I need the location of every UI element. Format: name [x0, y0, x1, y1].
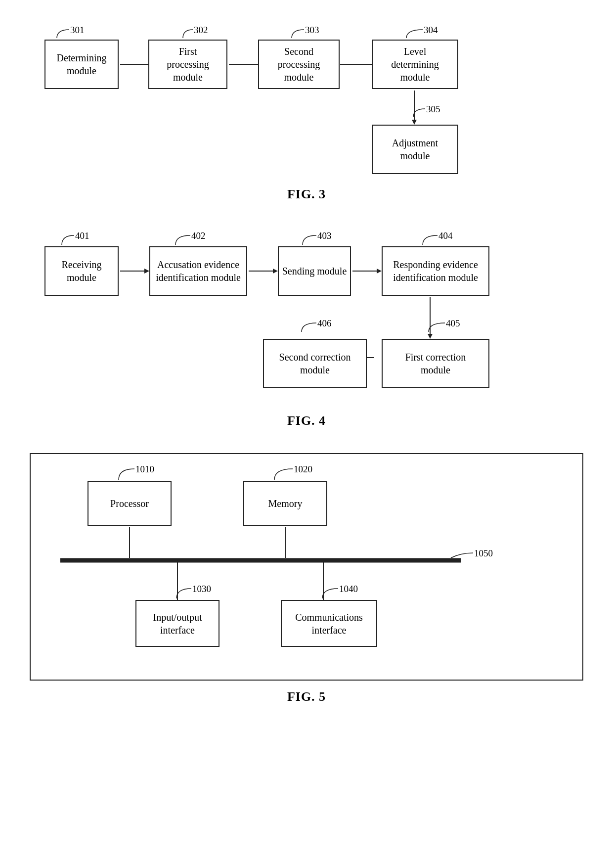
tag-1030: 1030	[192, 584, 211, 594]
svg-marker-13	[377, 269, 382, 274]
tag-403: 403	[317, 230, 332, 241]
box-receiving-module: Receivingmodule	[44, 246, 119, 296]
box-sending-module: Sending module	[278, 246, 351, 296]
box-communications-interface: Communicationsinterface	[281, 600, 377, 647]
svg-marker-7	[412, 120, 417, 125]
svg-marker-15	[428, 334, 433, 339]
box-first-correction-module: First correctionmodule	[382, 339, 489, 388]
box-processor: Processor	[88, 481, 172, 526]
tag-401: 401	[75, 230, 89, 241]
box-responding-evidence-module: Responding evidenceidentification module	[382, 246, 489, 296]
fig3-label: FIG. 3	[30, 187, 583, 202]
tag-1010: 1010	[135, 464, 154, 475]
box-accusation-evidence-module: Accusation evidenceidentification module	[149, 246, 247, 296]
box-adjustment-module: Adjustmentmodule	[372, 125, 458, 174]
tag-405: 405	[446, 318, 460, 329]
tag-303: 303	[305, 25, 319, 36]
box-second-processing-module: Secondprocessingmodule	[258, 40, 340, 89]
box-first-processing-module: Firstprocessingmodule	[148, 40, 227, 89]
box-second-correction-module: Second correctionmodule	[263, 339, 367, 388]
box-determining-module: Determiningmodule	[44, 40, 119, 89]
svg-marker-9	[144, 269, 149, 274]
tag-404: 404	[438, 230, 453, 241]
tag-1040: 1040	[339, 584, 358, 594]
box-memory: Memory	[243, 481, 327, 526]
tag-1020: 1020	[294, 464, 312, 475]
svg-marker-11	[273, 269, 278, 274]
tag-406: 406	[317, 318, 332, 329]
figure-4-section: 401 402 403 404 405 406 Receivingmodule …	[30, 227, 583, 428]
tag-402: 402	[191, 230, 206, 241]
figure-5-section: 1010 1020 1050 1030 1040 Processor Memor…	[30, 453, 583, 704]
figure-3-section: 301 302 303 304 305 Determiningmodule Fi…	[30, 20, 583, 202]
fig4-diagram: 401 402 403 404 405 406 Receivingmodule …	[30, 227, 583, 405]
fig4-label: FIG. 4	[30, 413, 583, 428]
tag-302: 302	[194, 25, 208, 36]
fig5-diagram: 1010 1020 1050 1030 1040 Processor Memor…	[30, 453, 583, 681]
tag-305: 305	[426, 104, 440, 115]
fig3-diagram: 301 302 303 304 305 Determiningmodule Fi…	[30, 20, 583, 178]
box-level-determining-module: Leveldeterminingmodule	[372, 40, 458, 89]
tag-1050: 1050	[474, 548, 493, 559]
tag-301: 301	[70, 25, 85, 36]
fig5-label: FIG. 5	[30, 689, 583, 704]
tag-304: 304	[424, 25, 438, 36]
box-input-output-interface: Input/outputinterface	[135, 600, 219, 647]
